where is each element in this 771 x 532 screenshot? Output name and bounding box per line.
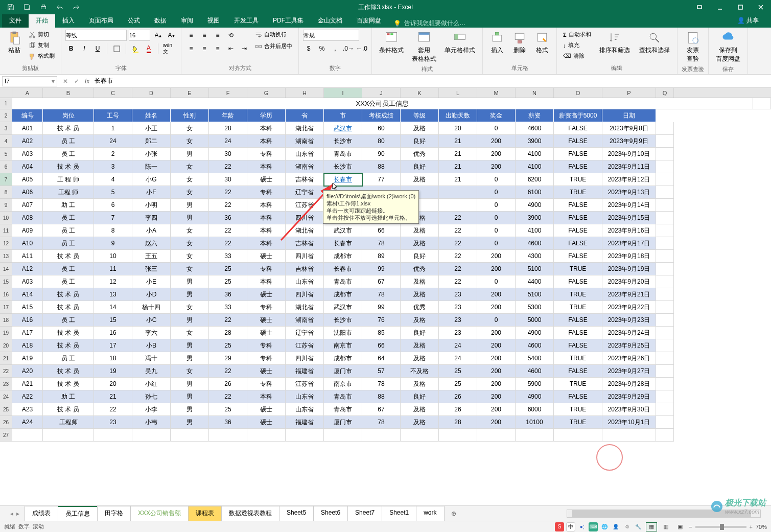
- col-header-F[interactable]: F: [209, 88, 247, 98]
- data-cell[interactable]: 18: [94, 352, 132, 365]
- data-cell[interactable]: 89: [362, 250, 401, 263]
- data-cell[interactable]: 男: [171, 275, 209, 288]
- data-cell[interactable]: 0: [477, 314, 516, 327]
- data-cell[interactable]: 2023年9月17日: [602, 237, 656, 250]
- data-cell[interactable]: 24: [209, 135, 247, 148]
- data-cell[interactable]: 本科: [247, 212, 286, 224]
- data-cell[interactable]: 优秀: [401, 263, 439, 275]
- data-cell[interactable]: 湖北省: [286, 224, 324, 237]
- data-cell[interactable]: 硕士: [247, 403, 286, 416]
- data-cell[interactable]: 2023年9月13日: [602, 186, 656, 199]
- data-cell[interactable]: 0: [477, 212, 516, 224]
- row-header-12[interactable]: 12: [0, 237, 12, 250]
- data-cell[interactable]: 及格: [401, 378, 439, 390]
- zoom-slider[interactable]: [695, 526, 746, 528]
- data-cell[interactable]: 专科: [247, 352, 286, 365]
- data-cell[interactable]: 四川省: [286, 212, 324, 224]
- data-cell[interactable]: 工程 师: [43, 186, 94, 199]
- data-cell[interactable]: A10: [12, 237, 43, 250]
- data-cell[interactable]: 郑二: [132, 135, 171, 148]
- sheet-tab-Sheet1[interactable]: Sheet1: [382, 506, 416, 521]
- data-cell[interactable]: 33: [209, 250, 247, 263]
- data-cell[interactable]: 2023年9月21日: [602, 288, 656, 301]
- data-cell[interactable]: 男: [171, 314, 209, 327]
- data-cell[interactable]: 硕士: [247, 314, 286, 327]
- data-cell[interactable]: A15: [12, 301, 43, 314]
- data-cell[interactable]: 29: [209, 352, 247, 365]
- data-cell[interactable]: 杨十四: [132, 301, 171, 314]
- data-cell[interactable]: 及格: [401, 314, 439, 327]
- row-header-10[interactable]: 10: [0, 212, 12, 224]
- data-cell[interactable]: 22: [209, 186, 247, 199]
- data-cell[interactable]: 60: [362, 122, 401, 135]
- data-cell[interactable]: TRUE: [554, 403, 602, 416]
- data-cell[interactable]: 8: [94, 224, 132, 237]
- data-cell[interactable]: 99: [362, 263, 401, 275]
- data-cell[interactable]: 男: [171, 288, 209, 301]
- undo-icon[interactable]: [53, 2, 66, 13]
- data-cell[interactable]: 助 工: [43, 390, 94, 403]
- row-header-22[interactable]: 22: [0, 365, 12, 378]
- data-cell[interactable]: 员 工: [43, 352, 94, 365]
- data-cell[interactable]: 17: [94, 339, 132, 352]
- data-cell[interactable]: 良好: [401, 390, 439, 403]
- data-cell[interactable]: 小李: [132, 403, 171, 416]
- data-cell[interactable]: 及格: [401, 275, 439, 288]
- data-cell[interactable]: 22: [439, 212, 477, 224]
- data-cell[interactable]: 33: [209, 301, 247, 314]
- col-header-P[interactable]: P: [602, 88, 656, 98]
- data-cell[interactable]: 辽宁省: [286, 186, 324, 199]
- data-cell[interactable]: 2023年9月18日: [602, 250, 656, 263]
- data-cell[interactable]: 成都市: [324, 288, 362, 301]
- data-cell[interactable]: 及格: [401, 403, 439, 416]
- data-cell[interactable]: 21: [439, 148, 477, 160]
- maximize-icon[interactable]: [730, 0, 751, 14]
- data-cell[interactable]: 及格: [401, 339, 439, 352]
- data-cell[interactable]: A22: [12, 390, 43, 403]
- data-cell[interactable]: 女: [171, 327, 209, 339]
- data-cell[interactable]: 陈一: [132, 160, 171, 173]
- cell-styles-button[interactable]: 单元格样式: [441, 30, 478, 64]
- data-cell[interactable]: 员 工: [43, 263, 94, 275]
- data-cell[interactable]: 4900: [516, 199, 554, 212]
- data-cell[interactable]: 女: [171, 186, 209, 199]
- data-cell[interactable]: 200: [477, 135, 516, 148]
- data-cell[interactable]: 王五: [132, 250, 171, 263]
- find-select-button[interactable]: 查找和选择: [636, 30, 673, 61]
- data-cell[interactable]: 23: [439, 288, 477, 301]
- data-cell[interactable]: 良好: [401, 250, 439, 263]
- row-header-14[interactable]: 14: [0, 263, 12, 275]
- data-cell[interactable]: 22: [209, 160, 247, 173]
- col-header-O[interactable]: O: [554, 88, 602, 98]
- data-cell[interactable]: 30: [209, 173, 247, 186]
- align-center-icon[interactable]: ≡: [199, 43, 210, 54]
- tab-file[interactable]: 文件: [2, 14, 29, 28]
- data-cell[interactable]: 5000: [516, 314, 554, 327]
- conditional-format-button[interactable]: 条件格式: [376, 30, 407, 64]
- cut-button[interactable]: 剪切: [27, 30, 57, 39]
- data-cell[interactable]: FALSE: [554, 237, 602, 250]
- sheet-tab-田字格[interactable]: 田字格: [97, 506, 131, 521]
- font-color-button[interactable]: A: [143, 43, 154, 54]
- data-cell[interactable]: 张三: [132, 263, 171, 275]
- data-cell[interactable]: 女: [171, 237, 209, 250]
- data-cell[interactable]: 88: [362, 160, 401, 173]
- data-cell[interactable]: 4900: [516, 327, 554, 339]
- data-cell[interactable]: 男: [171, 390, 209, 403]
- row-header-13[interactable]: 13: [0, 250, 12, 263]
- orientation-icon[interactable]: ⟲: [225, 30, 237, 41]
- data-cell[interactable]: 南京市: [324, 339, 362, 352]
- data-cell[interactable]: 22: [209, 224, 247, 237]
- data-cell[interactable]: 男: [171, 212, 209, 224]
- row-header-24[interactable]: 24: [0, 390, 12, 403]
- font-name-select[interactable]: [65, 30, 127, 41]
- data-cell[interactable]: 26: [439, 390, 477, 403]
- data-cell[interactable]: A24: [12, 416, 43, 429]
- data-cell[interactable]: 员 工: [43, 212, 94, 224]
- number-format-select[interactable]: [303, 30, 359, 41]
- data-cell[interactable]: 11: [94, 263, 132, 275]
- data-cell[interactable]: 技 术 员: [43, 378, 94, 390]
- data-cell[interactable]: A17: [12, 327, 43, 339]
- data-cell[interactable]: 吉林省: [286, 237, 324, 250]
- data-cell[interactable]: 小D: [132, 288, 171, 301]
